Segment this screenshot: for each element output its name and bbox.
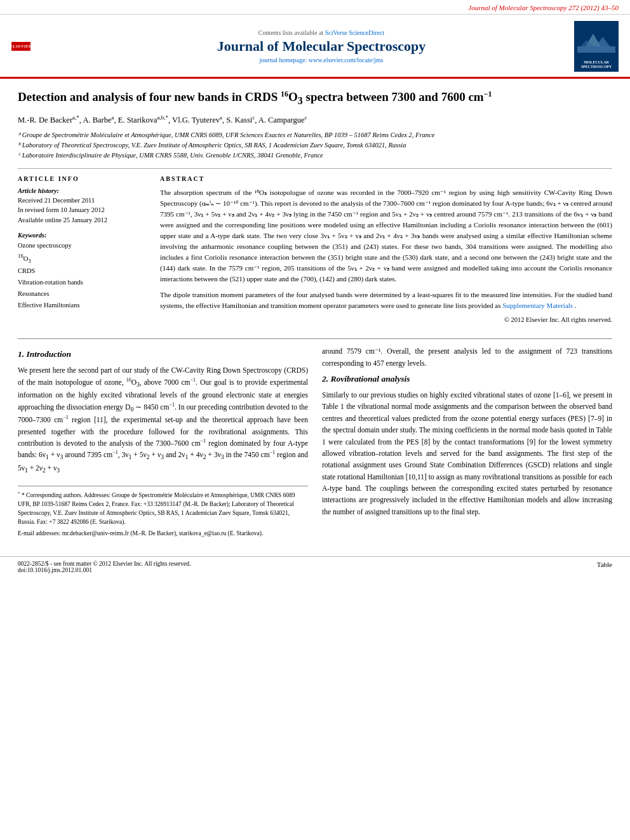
keyword-4: Vibration-rotation bands bbox=[18, 277, 145, 288]
doi-line: doi:10.1016/j.jms.2012.01.001 bbox=[18, 567, 191, 573]
bottom-divider bbox=[18, 338, 612, 339]
body-left-col: 1. Introduction We present here the seco… bbox=[18, 345, 308, 540]
article-info-col: ARTICLE INFO Article history: Received 2… bbox=[18, 175, 145, 330]
cover-mountain-svg bbox=[577, 27, 615, 53]
rovib-analysis-heading: 2. Rovibrational analysis bbox=[322, 374, 612, 384]
keyword-2: 16O3 bbox=[18, 251, 145, 265]
sciverse-line: Contents lists available at SciVerse Sci… bbox=[75, 29, 568, 36]
keywords-group: Keywords: Ozone spectroscopy 16O3 CRDS V… bbox=[18, 232, 145, 311]
copyright-line: © 2012 Elsevier Inc. All rights reserved… bbox=[160, 316, 612, 323]
footnote-corresponding: * * Corresponding authors. Addresses: Gr… bbox=[18, 490, 308, 527]
journal-homepage-line: journal homepage: www.elsevier.com/locat… bbox=[75, 57, 568, 63]
journal-top-bar: Journal of Molecular Spectroscopy 272 (2… bbox=[0, 0, 630, 15]
abstract-text: The absorption spectrum of the ¹⁶O₃ isot… bbox=[160, 187, 612, 312]
footer-right: Table bbox=[597, 561, 612, 573]
journal-title-main: Journal of Molecular Spectroscopy bbox=[75, 38, 568, 55]
introduction-heading: 1. Introduction bbox=[18, 349, 308, 359]
header-center: Contents lists available at SciVerse Sci… bbox=[69, 29, 574, 63]
abstract-col: ABSTRACT The absorption spectrum of the … bbox=[160, 175, 612, 330]
elsevier-logo: ELSEVIER bbox=[11, 42, 69, 51]
abstract-paragraph-2: The dipole transition moment parameters … bbox=[160, 290, 612, 311]
affiliations: ᵃ Groupe de Spectrométrie Moléculaire et… bbox=[18, 130, 612, 160]
abstract-paragraph-1: The absorption spectrum of the ¹⁶O₃ isot… bbox=[160, 187, 612, 284]
affiliation-a: ᵃ Groupe de Spectrométrie Moléculaire et… bbox=[18, 131, 434, 138]
keyword-3: CRDS bbox=[18, 265, 145, 277]
introduction-text: We present here the second part of our s… bbox=[18, 364, 308, 475]
journal-cover-image: MOLECULARSPECTROSCOPY bbox=[574, 21, 619, 72]
rovib-analysis-text: Similarly to our previous studies on hig… bbox=[322, 389, 612, 517]
intro-right-text: around 7579 cm⁻¹. Overall, the present a… bbox=[322, 345, 612, 369]
article-title: Detection and analysis of four new bands… bbox=[18, 89, 612, 107]
article-content: Detection and analysis of four new bands… bbox=[0, 79, 630, 550]
page-wrapper: Journal of Molecular Spectroscopy 272 (2… bbox=[0, 0, 630, 577]
keyword-1: Ozone spectroscopy bbox=[18, 240, 145, 251]
keyword-6: Effective Hamiltonians bbox=[18, 300, 145, 311]
sciverse-link[interactable]: SciVerse ScienceDirect bbox=[325, 29, 385, 36]
abstract-section: The absorption spectrum of the ¹⁶O₃ isot… bbox=[160, 187, 612, 324]
keyword-5: Resonances bbox=[18, 288, 145, 300]
footnote-email: E-mail addresses: mr.debacker@univ-reims… bbox=[18, 529, 308, 538]
svg-rect-4 bbox=[577, 46, 615, 53]
body-right-col: around 7579 cm⁻¹. Overall, the present a… bbox=[322, 345, 612, 540]
page-footer: 0022-2852/$ - see front matter © 2012 El… bbox=[0, 556, 630, 577]
table-label: Table bbox=[597, 561, 612, 568]
body-two-col: 1. Introduction We present here the seco… bbox=[18, 345, 612, 540]
footnote-section: * * Corresponding authors. Addresses: Gr… bbox=[18, 486, 308, 538]
abstract-text2-end: . bbox=[575, 302, 577, 309]
authors-line: M.-R. De Backera,*, A. Barbea, E. Starik… bbox=[18, 114, 612, 126]
available-date: Available online 25 January 2012 bbox=[18, 215, 145, 225]
homepage-link[interactable]: journal homepage: www.elsevier.com/locat… bbox=[260, 57, 384, 63]
elsevier-red-box: ELSEVIER bbox=[11, 42, 30, 51]
issn-line: 0022-2852/$ - see front matter © 2012 El… bbox=[18, 561, 191, 567]
affiliation-b: ᵇ Laboratory of Theoretical Spectroscopy… bbox=[18, 142, 406, 149]
keywords-label: Keywords: bbox=[18, 232, 145, 239]
keywords-list: Ozone spectroscopy 16O3 CRDS Vibration-r… bbox=[18, 240, 145, 311]
elsevier-header: ELSEVIER Contents lists available at Sci… bbox=[0, 15, 630, 79]
footer-left: 0022-2852/$ - see front matter © 2012 El… bbox=[18, 561, 191, 573]
affiliation-c: ᶜ Laboratoire Interdisciplinaire de Phys… bbox=[18, 152, 323, 159]
revised-date: In revised form 10 January 2012 bbox=[18, 205, 145, 215]
article-history: Article history: Received 21 December 20… bbox=[18, 187, 145, 225]
supplementary-link[interactable]: Supplementary Materials bbox=[502, 302, 573, 309]
abstract-label: ABSTRACT bbox=[160, 175, 612, 182]
cover-title-text: MOLECULARSPECTROSCOPY bbox=[581, 60, 612, 69]
history-label: Article history: bbox=[18, 187, 145, 194]
divider-after-affiliations bbox=[18, 168, 612, 169]
received-date: Received 21 December 2011 bbox=[18, 196, 145, 206]
journal-citation: Journal of Molecular Spectroscopy 272 (2… bbox=[468, 4, 619, 11]
article-info-abstract-row: ARTICLE INFO Article history: Received 2… bbox=[18, 175, 612, 330]
article-info-label: ARTICLE INFO bbox=[18, 175, 145, 182]
